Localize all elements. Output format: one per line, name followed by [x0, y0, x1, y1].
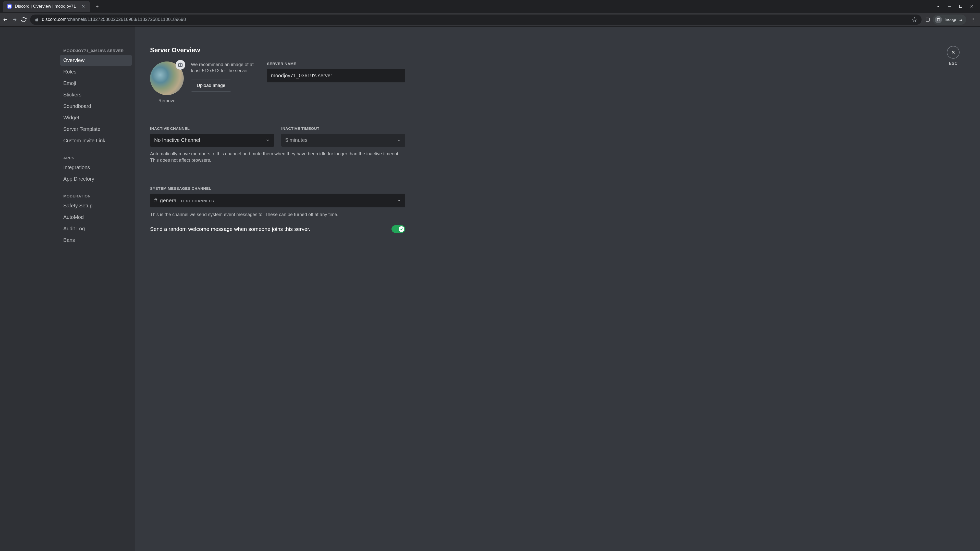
lock-icon	[35, 17, 39, 22]
sidebar-item-soundboard[interactable]: Soundboard	[60, 101, 132, 112]
sidebar-item-app-directory[interactable]: App Directory	[60, 173, 132, 184]
forward-button[interactable]	[12, 17, 18, 22]
svg-rect-13	[179, 64, 183, 67]
sidebar-item-integrations[interactable]: Integrations	[60, 162, 132, 173]
url-text: discord.com/channels/1182725800202616983…	[42, 17, 186, 22]
inactive-timeout-select: 5 minutes	[281, 134, 405, 147]
sidebar-item-emoji[interactable]: Emoji	[60, 78, 132, 89]
tab-title: Discord | Overview | moodjoy71	[15, 4, 78, 9]
new-tab-button[interactable]: +	[94, 2, 101, 11]
server-name-label: SERVER NAME	[267, 62, 405, 66]
svg-rect-5	[926, 18, 929, 21]
toggle-knob	[399, 226, 404, 232]
sidebar-item-server-template[interactable]: Server Template	[60, 124, 132, 135]
bookmark-star-icon[interactable]	[912, 17, 917, 22]
system-channel-select[interactable]: # general TEXT CHANNELS	[150, 194, 405, 207]
page-title: Server Overview	[150, 46, 405, 54]
sidebar-item-stickers[interactable]: Stickers	[60, 89, 132, 100]
svg-point-6	[937, 19, 939, 21]
svg-rect-1	[959, 5, 962, 7]
sidebar-item-bans[interactable]: Bans	[60, 235, 132, 246]
sidebar-item-widget[interactable]: Widget	[60, 112, 132, 123]
inactive-channel-value: No Inactive Channel	[154, 137, 200, 143]
settings-content: ESC Server Overview Remove We recommend …	[135, 27, 980, 551]
remove-icon-link[interactable]: Remove	[158, 98, 175, 103]
address-bar[interactable]: discord.com/channels/1182725800202616983…	[30, 14, 921, 25]
inactive-channel-select[interactable]: No Inactive Channel	[150, 134, 274, 147]
svg-marker-4	[912, 17, 917, 21]
chevron-down-icon	[396, 138, 401, 143]
sidebar-item-roles[interactable]: Roles	[60, 66, 132, 77]
window-maximize-icon[interactable]	[959, 4, 963, 8]
sidebar-apps-heading: APPS	[60, 154, 132, 162]
divider	[150, 115, 405, 115]
inactive-help-text: Automatically move members to this chann…	[150, 151, 405, 164]
sidebar-item-automod[interactable]: AutoMod	[60, 212, 132, 223]
inactive-channel-label: INACTIVE CHANNEL	[150, 126, 274, 130]
system-channel-label: SYSTEM MESSAGES CHANNEL	[150, 186, 405, 191]
sidebar-item-overview[interactable]: Overview	[60, 55, 132, 66]
sidebar-divider	[63, 188, 129, 188]
close-label: ESC	[949, 61, 958, 66]
inactive-timeout-value: 5 minutes	[285, 137, 307, 143]
sidebar-moderation-heading: MODERATION	[60, 192, 132, 200]
extensions-icon[interactable]	[925, 17, 930, 22]
discord-favicon	[6, 3, 12, 9]
window-dropdown-icon[interactable]	[936, 4, 940, 8]
upload-image-icon[interactable]	[176, 60, 185, 70]
incognito-label: Incognito	[945, 17, 962, 22]
chevron-down-icon	[396, 198, 401, 203]
server-icon[interactable]	[150, 62, 184, 95]
incognito-badge[interactable]: Incognito	[933, 14, 966, 25]
incognito-icon	[935, 16, 942, 23]
settings-sidebar: MOODJOY71_03619'S SERVER Overview Roles …	[0, 27, 135, 551]
system-channel-name: general	[160, 197, 178, 203]
inactive-timeout-label: INACTIVE TIMEOUT	[281, 126, 405, 130]
sidebar-server-heading: MOODJOY71_03619'S SERVER	[60, 46, 132, 55]
browser-menu-icon[interactable]	[969, 16, 977, 23]
svg-point-14	[180, 64, 181, 65]
reload-button[interactable]	[21, 17, 27, 22]
sidebar-item-custom-invite-link[interactable]: Custom Invite Link	[60, 135, 132, 146]
tab-close-icon[interactable]: ✕	[80, 3, 86, 10]
icon-recommendation-text: We recommend an image of at least 512x51…	[191, 62, 260, 74]
system-channel-category: TEXT CHANNELS	[180, 199, 214, 203]
svg-point-7	[939, 19, 940, 21]
window-close-icon[interactable]	[970, 4, 974, 8]
hash-icon: #	[154, 197, 157, 204]
sidebar-item-audit-log[interactable]: Audit Log	[60, 223, 132, 234]
nav-bar: discord.com/channels/1182725800202616983…	[0, 13, 980, 27]
chevron-down-icon	[266, 138, 270, 143]
welcome-toggle[interactable]	[391, 225, 405, 233]
sidebar-item-safety-setup[interactable]: Safety Setup	[60, 200, 132, 211]
window-minimize-icon[interactable]	[947, 4, 951, 8]
back-button[interactable]	[3, 17, 8, 22]
browser-tab[interactable]: Discord | Overview | moodjoy71 ✕	[3, 1, 90, 12]
welcome-toggle-label: Send a random welcome message when someo…	[150, 226, 310, 232]
svg-point-9	[973, 19, 974, 20]
system-channel-help-text: This is the channel we send system event…	[150, 211, 405, 218]
server-name-input[interactable]	[267, 69, 405, 83]
upload-image-button[interactable]: Upload Image	[191, 79, 231, 92]
svg-point-10	[973, 21, 974, 21]
tab-strip: Discord | Overview | moodjoy71 ✕ +	[0, 0, 980, 13]
close-settings-button[interactable]	[947, 46, 959, 59]
svg-point-8	[973, 18, 974, 19]
